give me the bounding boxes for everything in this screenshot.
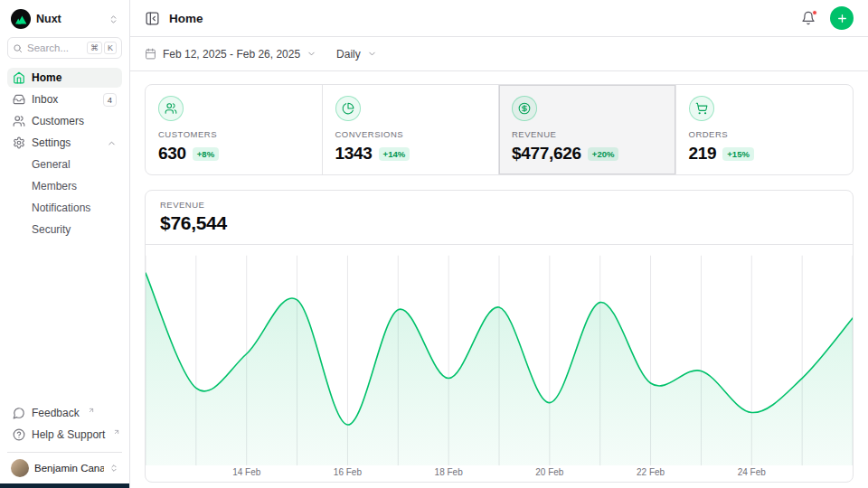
- sidebar-item-home[interactable]: Home: [7, 68, 122, 88]
- sidebar-item-inbox[interactable]: Inbox 4: [7, 89, 122, 109]
- notification-dot: [812, 10, 817, 15]
- sidebar-item-help-support[interactable]: Help & Support: [7, 425, 122, 445]
- sidebar-footer-nav: Feedback Help & Support: [7, 403, 122, 445]
- stat-label: REVENUE: [512, 129, 663, 139]
- x-axis-label: 18 Feb: [435, 467, 463, 477]
- stat-card-orders[interactable]: ORDERS 219 +15%: [676, 85, 854, 174]
- calendar-icon: [145, 48, 156, 60]
- stat-card-customers[interactable]: CUSTOMERS 630 +8%: [146, 85, 323, 174]
- x-axis-label: 20 Feb: [535, 467, 563, 477]
- main-area: Home Feb 12, 2025 - Feb 26, 2025 Daily: [130, 0, 868, 488]
- sidebar-item-settings-security[interactable]: Security: [7, 220, 122, 239]
- stat-value: 219: [689, 144, 717, 164]
- users-icon: [158, 96, 184, 121]
- stat-label: ORDERS: [689, 129, 841, 139]
- external-link-icon: [113, 428, 120, 436]
- sidebar-item-label: Help & Support: [32, 428, 105, 441]
- revenue-chart-card: REVENUE $76,544 14 Feb16 Feb18 Feb20 Feb…: [145, 190, 854, 483]
- external-link-icon: [88, 407, 95, 414]
- help-circle-icon: [13, 428, 25, 441]
- stat-card-conversions[interactable]: CONVERSIONS 1343 +14%: [323, 85, 500, 174]
- date-range-value: Feb 12, 2025 - Feb 26, 2025: [163, 48, 300, 61]
- speech-bubble-icon: [13, 407, 25, 419]
- chevron-up-icon: [107, 138, 117, 148]
- stat-delta-badge: +14%: [379, 147, 410, 161]
- chevrons-up-down-icon: [108, 14, 118, 24]
- stat-value: 630: [158, 144, 186, 164]
- chevron-down-icon: [367, 49, 377, 59]
- sidebar-nav: Home Inbox 4 Customers Settings: [7, 68, 122, 239]
- search-input[interactable]: Search... ⌘ K: [7, 37, 122, 59]
- x-axis-label: 16 Feb: [334, 467, 362, 477]
- chevrons-up-down-icon: [109, 464, 118, 473]
- stat-value: 1343: [335, 144, 373, 164]
- sidebar-spacer: [7, 239, 122, 403]
- user-menu[interactable]: Benjamin Canac: [7, 452, 122, 483]
- sidebar-item-settings-notifications[interactable]: Notifications: [7, 198, 122, 218]
- sidebar: Nuxt Search... ⌘ K Home: [0, 0, 130, 488]
- dollar-circle-icon: [512, 96, 537, 121]
- nuxt-logo: [11, 9, 31, 29]
- x-axis-label: 24 Feb: [738, 467, 766, 477]
- date-range-picker[interactable]: Feb 12, 2025 - Feb 26, 2025: [145, 48, 316, 61]
- stat-card-revenue[interactable]: REVENUE $477,626 +20%: [499, 85, 676, 174]
- plus-icon: [836, 13, 848, 24]
- sidebar-item-settings-members[interactable]: Members: [7, 176, 122, 196]
- revenue-chart-svg: [146, 245, 853, 465]
- chart-current-value: $76,544: [160, 212, 838, 234]
- notifications-button[interactable]: [799, 9, 817, 27]
- gear-icon: [13, 136, 25, 149]
- stat-label: CUSTOMERS: [158, 129, 309, 139]
- user-avatar: [11, 459, 29, 477]
- cart-icon: [689, 96, 714, 121]
- kbd-cmd: ⌘: [87, 42, 102, 54]
- user-name: Benjamin Canac: [34, 463, 104, 474]
- filter-toolbar: Feb 12, 2025 - Feb 26, 2025 Daily: [130, 37, 868, 71]
- x-axis-labels: 14 Feb16 Feb18 Feb20 Feb22 Feb24 Feb: [146, 465, 853, 482]
- interval-value: Daily: [336, 48, 361, 61]
- page-title: Home: [169, 12, 790, 25]
- stats-row: CUSTOMERS 630 +8% CONVERSIONS 1343 +14%: [145, 84, 854, 175]
- search-shortcut: ⌘ K: [87, 42, 117, 54]
- revenue-chart-header: REVENUE $76,544: [146, 191, 853, 245]
- interval-select[interactable]: Daily: [336, 48, 377, 61]
- stat-value: $477,626: [512, 144, 581, 164]
- users-icon: [13, 115, 25, 127]
- sidebar-item-label: Customers: [32, 115, 117, 127]
- pie-chart-icon: [335, 96, 361, 121]
- sidebar-item-settings[interactable]: Settings: [7, 133, 122, 153]
- stat-delta-badge: +8%: [193, 147, 219, 161]
- collapse-sidebar-button[interactable]: [145, 11, 160, 26]
- revenue-chart-plot: 14 Feb16 Feb18 Feb20 Feb22 Feb24 Feb: [146, 245, 853, 482]
- stat-delta-badge: +15%: [722, 147, 754, 161]
- add-button[interactable]: [830, 6, 854, 30]
- search-placeholder: Search...: [27, 42, 82, 53]
- sidebar-item-label: Feedback: [32, 407, 80, 419]
- chart-title: REVENUE: [160, 200, 838, 210]
- page-content: CUSTOMERS 630 +8% CONVERSIONS 1343 +14%: [130, 71, 868, 488]
- window-bottom-edge: [0, 483, 129, 488]
- inbox-count-badge: 4: [103, 93, 117, 107]
- stat-label: CONVERSIONS: [335, 129, 486, 139]
- sidebar-item-customers[interactable]: Customers: [7, 111, 122, 131]
- workspace-name: Nuxt: [36, 13, 103, 25]
- nuxt-logo-icon: [14, 14, 27, 24]
- kbd-k: K: [104, 42, 117, 54]
- stat-delta-badge: +20%: [588, 147, 619, 161]
- x-axis-label: 14 Feb: [232, 467, 260, 477]
- inbox-icon: [13, 93, 25, 106]
- sidebar-item-label: Settings: [32, 136, 100, 149]
- search-icon: [13, 43, 23, 53]
- page-header: Home: [130, 0, 868, 37]
- app-window: Nuxt Search... ⌘ K Home: [0, 0, 868, 488]
- sidebar-item-label: Home: [32, 71, 117, 84]
- sidebar-item-feedback[interactable]: Feedback: [7, 403, 122, 423]
- sidebar-item-label: Inbox: [32, 93, 97, 106]
- x-axis-label: 22 Feb: [637, 467, 665, 477]
- sidebar-item-settings-general[interactable]: General: [7, 155, 122, 174]
- chevron-down-icon: [307, 49, 316, 59]
- home-icon: [13, 71, 25, 84]
- workspace-switcher[interactable]: Nuxt: [7, 7, 122, 37]
